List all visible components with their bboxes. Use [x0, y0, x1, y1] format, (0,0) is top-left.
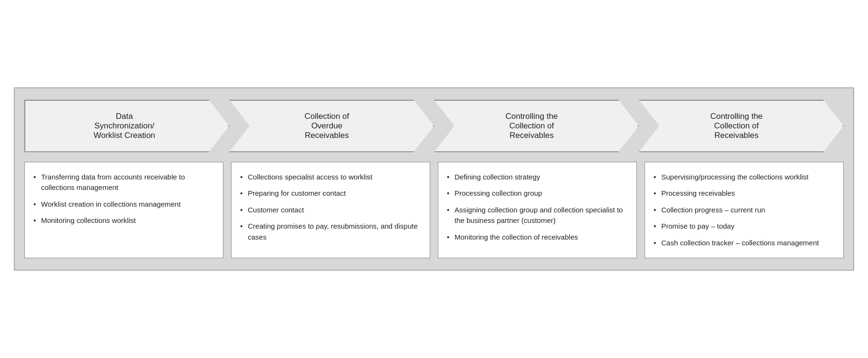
- list-item: Collection progress – current run: [654, 205, 835, 216]
- arrow-3: Controlling the Collection of Receivable…: [434, 100, 639, 152]
- list-item: Worklist creation in collections managem…: [33, 199, 214, 210]
- arrow-3-label: Controlling the Collection of Receivable…: [506, 112, 558, 140]
- content-box-2: Collections specialist access to worklis…: [231, 162, 430, 259]
- arrow-wrapper-2: Collection of Overdue Receivables: [229, 100, 434, 152]
- content-box-4: Supervising/processing the collections w…: [645, 162, 844, 259]
- content-box-1: Transferring data from accounts receivab…: [24, 162, 223, 259]
- arrow-4-label: Controlling the Collection of Receivable…: [710, 112, 763, 140]
- arrow-1: Data Synchronization/ Worklist Creation: [24, 100, 229, 152]
- content-box-3: Defining collection strategy Processing …: [438, 162, 637, 259]
- arrow-4: Controlling the Collection of Receivable…: [639, 100, 844, 152]
- bullet-list-2: Collections specialist access to worklis…: [240, 172, 421, 243]
- list-item: Promise to pay – today: [654, 221, 835, 232]
- arrow-row: Data Synchronization/ Worklist Creation …: [24, 100, 844, 152]
- arrow-wrapper-1: Data Synchronization/ Worklist Creation: [24, 100, 229, 152]
- list-item: Assigning collection group and collectio…: [447, 205, 628, 226]
- list-item: Creating promises to pay, resubmissions,…: [240, 221, 421, 242]
- diagram-container: Data Synchronization/ Worklist Creation …: [14, 87, 854, 271]
- list-item: Transferring data from accounts receivab…: [33, 172, 214, 193]
- arrow-2: Collection of Overdue Receivables: [229, 100, 434, 152]
- list-item: Preparing for customer contact: [240, 188, 421, 199]
- list-item: Cash collection tracker – collections ma…: [654, 238, 835, 249]
- bullet-list-3: Defining collection strategy Processing …: [447, 172, 628, 243]
- list-item: Collections specialist access to worklis…: [240, 172, 421, 183]
- list-item: Processing collection group: [447, 188, 628, 199]
- bullet-list-1: Transferring data from accounts receivab…: [33, 172, 214, 226]
- list-item: Monitoring collections worklist: [33, 215, 214, 226]
- list-item: Customer contact: [240, 205, 421, 216]
- list-item: Defining collection strategy: [447, 172, 628, 183]
- list-item: Monitoring the collection of receivables: [447, 232, 628, 243]
- list-item: Supervising/processing the collections w…: [654, 172, 835, 183]
- arrow-wrapper-4: Controlling the Collection of Receivable…: [639, 100, 844, 152]
- list-item: Processing receivables: [654, 188, 835, 199]
- arrow-wrapper-3: Controlling the Collection of Receivable…: [434, 100, 639, 152]
- bullet-list-4: Supervising/processing the collections w…: [654, 172, 835, 249]
- arrow-2-label: Collection of Overdue Receivables: [305, 112, 349, 140]
- arrow-1-label: Data Synchronization/ Worklist Creation: [94, 112, 155, 140]
- content-row: Transferring data from accounts receivab…: [24, 162, 844, 259]
